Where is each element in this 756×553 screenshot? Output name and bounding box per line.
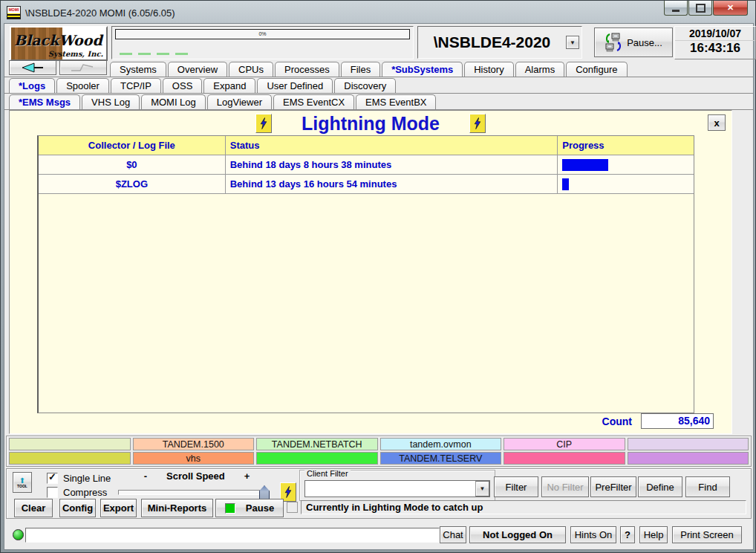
table-empty-area	[39, 194, 694, 413]
client-filter-dropdown-button[interactable]: ▼	[475, 481, 489, 497]
pause-connection-button[interactable]: Pause...	[594, 28, 673, 57]
config-button[interactable]: Config	[59, 499, 96, 517]
compress-checkbox[interactable]	[47, 487, 58, 498]
maximize-button[interactable]	[688, 1, 712, 16]
nav-forward-button[interactable]	[59, 60, 107, 75]
nav-back-button[interactable]	[9, 60, 56, 75]
tab-row-logs: *LogsSpoolerTCP/IPOSSExpandUser DefinedD…	[4, 77, 753, 94]
pause-display-button[interactable]: Pause	[215, 499, 284, 517]
not-logged-on-button[interactable]: Not Logged On	[469, 526, 566, 543]
tabs-row3: *EMS MsgsVHS LogMOMI LogLogViewerEMS Eve…	[9, 94, 437, 109]
tab-oss[interactable]: OSS	[163, 78, 202, 93]
system-selector-value: \NSBLDE4-2020	[418, 33, 566, 51]
back-arrow-icon	[18, 62, 48, 73]
single-line-checkbox[interactable]	[47, 473, 58, 484]
tab-ems-msgs[interactable]: *EMS Msgs	[9, 94, 80, 109]
find-button[interactable]: Find	[685, 476, 730, 497]
system-selector-dropdown-button[interactable]: ▼	[566, 36, 579, 49]
tabs-row1: SystemsOverviewCPUsProcessesFiles*SubSys…	[110, 62, 629, 77]
chat-button[interactable]: Chat	[440, 526, 466, 543]
tab-overview[interactable]: Overview	[168, 62, 227, 77]
tab-discovery[interactable]: Discovery	[334, 78, 396, 93]
tab-subsystems[interactable]: *SubSystems	[382, 62, 463, 77]
help-button[interactable]: Help	[639, 526, 668, 543]
legend-cell-tandem-netbatch: TANDEM.NETBATCH	[256, 438, 378, 450]
blackwood-logo: BlackWood Systems, Inc.	[10, 26, 108, 61]
chevron-down-icon: ▼	[570, 39, 576, 46]
activity-panel: 0%	[111, 26, 414, 59]
slider-thumb[interactable]	[259, 485, 270, 500]
mini-reports-button[interactable]: Mini-Reports	[141, 499, 213, 517]
progress-bar	[562, 159, 608, 171]
compress-option[interactable]: Compress	[47, 487, 107, 498]
date-display: 2019/10/07	[675, 27, 755, 41]
compress-label: Compress	[63, 487, 107, 498]
tab-vhs-log[interactable]: VHS Log	[82, 94, 140, 109]
tab-logs[interactable]: *Logs	[9, 78, 55, 93]
filter-button[interactable]: Filter	[494, 476, 538, 497]
print-screen-button[interactable]: Print Screen	[672, 526, 742, 543]
tab-ems-eventcx[interactable]: EMS EventCX	[273, 94, 354, 109]
activity-dash	[157, 53, 169, 55]
define-button[interactable]: Define	[638, 476, 682, 497]
lightning-status-checkbox[interactable]	[287, 502, 298, 513]
tab-cpus[interactable]: CPUs	[229, 62, 273, 77]
title-bar[interactable]: MOMI \NSBLDE4-2020 MOMI (6.05/6.05) ✕	[7, 4, 749, 21]
connection-led-icon	[13, 529, 24, 540]
close-button[interactable]: ✕	[713, 1, 748, 16]
status-cell: Behind 13 days 16 hours 54 minutes	[226, 175, 558, 193]
lightning-mode-panel: Lightning Mode x Collector / Log FileSta…	[9, 110, 732, 434]
collector-cell: $0	[39, 155, 226, 174]
slider-groove	[118, 490, 265, 495]
tab-ems-eventbx[interactable]: EMS EventBX	[356, 94, 436, 109]
legend-cell	[628, 452, 749, 465]
tool-button[interactable]: ⬆ TOOL	[13, 472, 32, 493]
lightning-bolt-icon-left[interactable]	[255, 114, 272, 133]
app-window: MOMI \NSBLDE4-2020 MOMI (6.05/6.05) ✕ Bl…	[0, 0, 756, 553]
tab-alarms[interactable]: Alarms	[515, 62, 564, 77]
export-button[interactable]: Export	[100, 499, 137, 517]
tab-user-defined[interactable]: User Defined	[257, 78, 333, 93]
tab-configure[interactable]: Configure	[566, 62, 627, 77]
lightning-bolt-icon	[284, 485, 293, 499]
lightning-bolt-icon-right[interactable]	[469, 114, 486, 133]
forward-line-icon	[68, 62, 98, 73]
pause-display-label: Pause	[246, 502, 274, 514]
lightning-bolt-icon	[259, 117, 268, 130]
minimize-button[interactable]	[664, 1, 688, 16]
single-line-option[interactable]: Single Line	[47, 473, 111, 484]
scroll-speed-slider[interactable]	[118, 485, 276, 499]
-button[interactable]: ?	[620, 526, 635, 543]
tab-history[interactable]: History	[464, 62, 513, 77]
status-cell: Behind 18 days 8 hours 38 minutes	[226, 155, 558, 174]
running-indicator-icon	[225, 503, 235, 514]
legend-cell	[628, 438, 749, 450]
panel-close-button[interactable]: x	[708, 114, 726, 131]
progress-bar	[562, 178, 569, 190]
prefilter-button[interactable]: PreFilter	[590, 476, 636, 497]
tab-row-ems: *EMS MsgsVHS LogMOMI LogLogViewerEMS Eve…	[4, 94, 753, 110]
activity-dash	[138, 53, 151, 55]
tab-tcp-ip[interactable]: TCP/IP	[111, 78, 161, 93]
column-header-progress: Progress	[558, 136, 694, 155]
tab-logviewer[interactable]: LogViewer	[207, 94, 272, 109]
tab-processes[interactable]: Processes	[275, 62, 339, 77]
logo-text: BlackWood	[14, 32, 102, 48]
scroll-speed-plus[interactable]: +	[244, 470, 250, 482]
legend-row1: TANDEM.1500TANDEM.NETBATCHtandem.ovmonCI…	[9, 438, 749, 450]
clear-button[interactable]: Clear	[14, 499, 53, 517]
no-filter-button: No Filter	[541, 476, 589, 497]
tab-files[interactable]: Files	[341, 62, 380, 77]
tab-momi-log[interactable]: MOMI Log	[141, 94, 206, 109]
tab-expand[interactable]: Expand	[203, 78, 255, 93]
tab-systems[interactable]: Systems	[110, 62, 166, 77]
scroll-speed-minus[interactable]: -	[144, 470, 147, 482]
client-filter-combobox[interactable]: ▼	[304, 480, 490, 497]
tabs-row2: *LogsSpoolerTCP/IPOSSExpandUser DefinedD…	[9, 78, 397, 93]
tab-spooler[interactable]: Spooler	[56, 78, 109, 93]
system-selector[interactable]: \NSBLDE4-2020 ▼	[417, 26, 582, 59]
hints-on-button[interactable]: Hints On	[570, 526, 616, 543]
scroll-speed-label: - Scroll Speed +	[118, 470, 276, 482]
legend-cell-cip: CIP	[504, 438, 625, 450]
pause-connection-label: Pause...	[627, 37, 662, 48]
